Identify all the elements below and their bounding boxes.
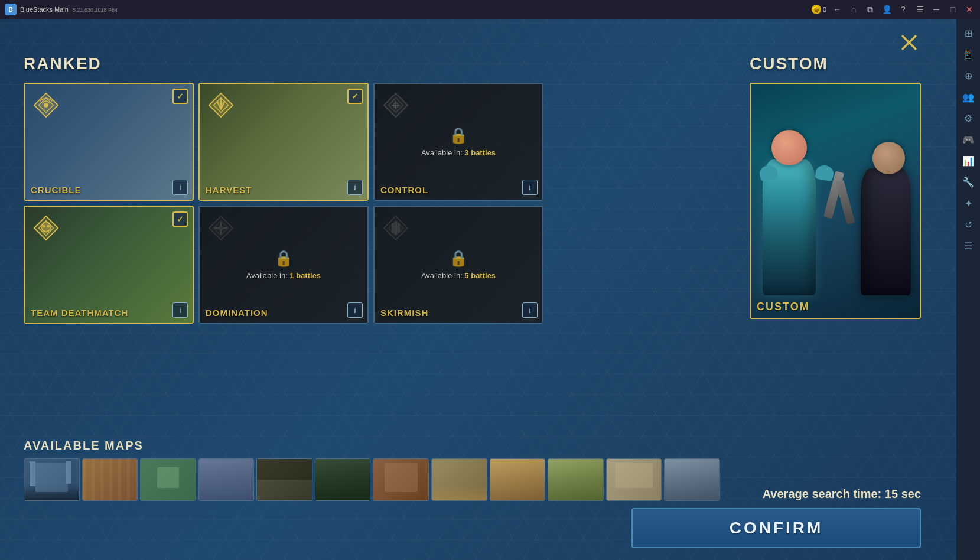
skirmish-lock-overlay: 🔒 Available in: 5 battles: [375, 207, 542, 323]
sidebar-icon-tool[interactable]: 🔧: [959, 172, 978, 191]
sidebar-icon-users[interactable]: 👥: [959, 87, 978, 106]
main-content: RANKED ✓ CRUCIBLE i: [0, 19, 956, 560]
user-button[interactable]: 👤: [881, 4, 893, 15]
sidebar-icon-grid[interactable]: ⊞: [959, 24, 978, 43]
sidebar-icon-chart[interactable]: 📊: [959, 151, 978, 170]
control-lock-icon: 🔒: [449, 126, 468, 145]
domination-info-button[interactable]: i: [347, 302, 363, 318]
tdm-info-button[interactable]: i: [172, 302, 188, 318]
coin-icon: ◎: [812, 5, 821, 14]
confirm-button[interactable]: CONFIRM: [631, 508, 921, 548]
tdm-checkmark: ✓: [172, 211, 188, 227]
maximize-button[interactable]: □: [947, 4, 959, 15]
domination-lock-overlay: 🔒 Available in: 1 battles: [200, 207, 367, 323]
control-label: CONTROL: [380, 185, 428, 195]
app-logo: B: [5, 4, 17, 15]
svg-point-16: [43, 225, 45, 228]
crucible-checkmark: ✓: [172, 89, 188, 104]
skirmish-lock-icon: 🔒: [449, 249, 468, 268]
menu-button[interactable]: ☰: [914, 4, 926, 15]
skirmish-available-text: Available in: 5 battles: [421, 271, 496, 280]
sidebar-icon-star[interactable]: ✦: [959, 194, 978, 213]
sidebar-icon-menu[interactable]: ☰: [959, 236, 978, 255]
map-thumb-5[interactable]: [256, 458, 312, 501]
map-thumb-9[interactable]: [490, 458, 546, 501]
ranked-header: RANKED: [24, 54, 543, 73]
domination-label: DOMINATION: [206, 308, 268, 318]
custom-card[interactable]: CUSTOM: [750, 83, 921, 319]
map-thumb-6[interactable]: [315, 458, 371, 501]
control-battles: 3 battles: [464, 148, 496, 157]
mode-card-domination[interactable]: 🔒 Available in: 1 battles DOMINATION i: [198, 206, 369, 324]
minimize-button[interactable]: ─: [930, 4, 942, 15]
maps-strip: [24, 458, 720, 501]
sidebar-icon-gamepad[interactable]: 🎮: [959, 130, 978, 149]
map-thumb-1[interactable]: [24, 458, 80, 501]
map-thumb-4[interactable]: [198, 458, 255, 501]
harvest-label: HARVEST: [206, 185, 252, 195]
map-thumb-3[interactable]: [140, 458, 196, 501]
mode-card-harvest[interactable]: ✓ HARVEST i: [198, 83, 369, 201]
crucible-info-button[interactable]: i: [172, 180, 188, 195]
sidebar-icon-settings[interactable]: ⚙: [959, 109, 978, 128]
svg-point-4: [44, 103, 48, 108]
search-time-label: Average search time:: [763, 487, 882, 500]
tdm-mode-icon: [32, 214, 61, 243]
close-window-button[interactable]: ✕: [963, 4, 975, 15]
titlebar: B BlueStacks Main 5.21.630.1018 P64 ◎ 0 …: [0, 0, 980, 19]
coin-count: 0: [823, 6, 826, 13]
sidebar-icon-add[interactable]: ⊕: [959, 66, 978, 85]
domination-battles: 1 battles: [289, 271, 321, 280]
mode-grid: ✓ CRUCIBLE i ✓ HARVEST: [24, 83, 543, 324]
char2-body: [861, 168, 911, 295]
map-thumb-7[interactable]: [373, 458, 429, 501]
sidebar-icon-refresh[interactable]: ↺: [959, 215, 978, 234]
coin-display: ◎ 0: [812, 5, 826, 14]
mode-card-control[interactable]: 🔒 Available in: 3 battles CONTROL i: [373, 83, 543, 201]
crucible-label: CRUCIBLE: [31, 185, 82, 195]
ranked-section: RANKED ✓ CRUCIBLE i: [24, 54, 543, 324]
char1-shoulder-r: [815, 164, 835, 182]
maps-section: AVAILABLE MAPS: [24, 439, 720, 501]
svg-point-17: [47, 225, 50, 228]
custom-label: CUSTOM: [757, 301, 810, 313]
harvest-info-button[interactable]: i: [347, 180, 363, 195]
map-thumb-2[interactable]: [82, 458, 138, 501]
home-button[interactable]: ⌂: [848, 4, 859, 15]
custom-header: CUSTOM: [750, 54, 921, 73]
sidebar-icon-phone[interactable]: 📱: [959, 45, 978, 64]
right-sidebar: ⊞ 📱 ⊕ 👥 ⚙ 🎮 📊 🔧 ✦ ↺ ☰: [956, 19, 980, 560]
custom-section: CUSTOM CUSTOM: [750, 54, 921, 319]
search-time-value: 15 sec: [885, 487, 921, 500]
skirmish-battles: 5 battles: [464, 271, 496, 280]
domination-available-text: Available in: 1 battles: [246, 271, 321, 280]
custom-char-2-container: [840, 142, 917, 295]
domination-lock-icon: 🔒: [274, 249, 293, 268]
window-button[interactable]: ⧉: [864, 4, 876, 15]
close-x-button[interactable]: [897, 31, 921, 54]
harvest-checkmark: ✓: [347, 89, 363, 104]
map-thumb-10[interactable]: [548, 458, 604, 501]
map-thumb-8[interactable]: [431, 458, 487, 501]
maps-header: AVAILABLE MAPS: [24, 439, 720, 452]
tdm-label: TEAM DEATHMATCH: [31, 308, 128, 318]
help-button[interactable]: ?: [897, 4, 909, 15]
control-lock-overlay: 🔒 Available in: 3 battles: [375, 84, 542, 200]
skirmish-label: SKIRMISH: [380, 308, 428, 318]
control-available-text: Available in: 3 battles: [421, 148, 496, 157]
custom-char-1-container: [757, 130, 839, 295]
bottom-right-area: Average search time: 15 sec CONFIRM: [631, 487, 921, 548]
app-title: BlueStacks Main 5.21.630.1018 P64: [20, 6, 812, 13]
titlebar-controls: ◎ 0 ← ⌂ ⧉ 👤 ? ☰ ─ □ ✕: [812, 4, 975, 15]
back-button[interactable]: ←: [831, 4, 843, 15]
mode-card-crucible[interactable]: ✓ CRUCIBLE i: [24, 83, 194, 201]
skirmish-info-button[interactable]: i: [522, 302, 538, 318]
char1-head: [771, 130, 807, 165]
char2-head: [872, 142, 905, 174]
app-version: 5.21.630.1018 P64: [73, 7, 118, 13]
search-time-display: Average search time: 15 sec: [763, 487, 921, 501]
harvest-mode-icon: [207, 91, 236, 121]
mode-card-skirmish[interactable]: 🔒 Available in: 5 battles SKIRMISH i: [373, 206, 543, 324]
control-info-button[interactable]: i: [522, 180, 538, 195]
mode-card-tdm[interactable]: ✓ TEAM DEATHMATCH i: [24, 206, 194, 324]
